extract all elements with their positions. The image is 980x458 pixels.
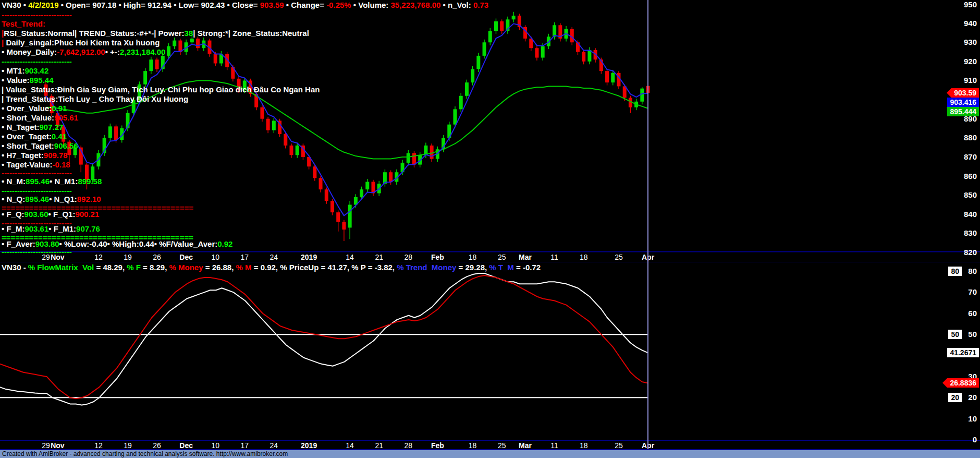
last-value-badge: 903.416 bbox=[947, 98, 979, 107]
text-segment: • N_Q1: bbox=[49, 195, 77, 203]
overlay-line: |RSI_Status:Normal| TREND_Status:-#+*-| … bbox=[2, 29, 309, 38]
candle-body bbox=[289, 146, 293, 155]
text-segment: • Money_Daily: bbox=[2, 47, 57, 56]
candle-body bbox=[494, 21, 498, 31]
candle-body bbox=[143, 71, 147, 85]
candle-body bbox=[266, 119, 270, 130]
date-tick-label: 12 bbox=[94, 441, 103, 450]
text-segment: 38 bbox=[185, 29, 193, 38]
candle-body bbox=[272, 120, 276, 130]
text-segment: • N_M: bbox=[2, 177, 26, 186]
price-tick-label: 880 bbox=[932, 134, 977, 142]
text-segment: --------------------------- bbox=[2, 247, 72, 256]
indicator-panel[interactable] bbox=[0, 273, 648, 405]
text-segment: 892.10 bbox=[77, 195, 101, 203]
price-tick-label: 920 bbox=[932, 57, 977, 66]
date-tick-label: 29 bbox=[42, 441, 50, 450]
overlay-line: • MT1:903.42 bbox=[2, 66, 48, 75]
date-tick-label: 28 bbox=[404, 441, 412, 450]
date-tick-label: 25 bbox=[498, 253, 506, 261]
text-segment: --------------------------- bbox=[2, 186, 72, 195]
text-segment: 899.58 bbox=[78, 177, 102, 186]
text-segment: • F_Q1: bbox=[48, 210, 75, 219]
candle-body bbox=[471, 69, 474, 82]
text-segment: 907.76 bbox=[76, 224, 100, 233]
overlay-line: --------------------------- bbox=[2, 186, 72, 195]
overlay-line: • Over_Value:0.91 bbox=[2, 104, 67, 113]
text-segment: --------------------------- bbox=[2, 10, 72, 19]
text-segment: 0.92 bbox=[217, 239, 232, 248]
price-tick-label: 950 bbox=[932, 1, 977, 9]
text-segment: 903.61 bbox=[24, 224, 48, 233]
chart-info-header: VN30 • 4/2/2019 • Open= 907.18 • High= 9… bbox=[2, 1, 488, 9]
date-tick-label: 28 bbox=[404, 253, 412, 261]
text-segment: 895.46 bbox=[25, 195, 49, 203]
candle-body bbox=[214, 54, 217, 63]
candle-body bbox=[108, 126, 112, 138]
candle-body bbox=[476, 56, 480, 69]
overlay-line: • N_Taget:907.27 bbox=[2, 123, 63, 131]
candle-body bbox=[348, 204, 352, 227]
date-tick-label: Mar bbox=[519, 441, 532, 450]
text-segment: 907.27 bbox=[39, 123, 63, 131]
candle-body bbox=[483, 42, 486, 56]
text-segment: 895.44 bbox=[30, 76, 54, 85]
candle-body bbox=[365, 182, 369, 190]
text-segment: • +-: bbox=[105, 47, 120, 56]
date-tick-label: 19 bbox=[124, 441, 132, 450]
text-segment: 0.44 bbox=[139, 239, 154, 248]
last-value-badge: 26.8836 bbox=[947, 378, 979, 388]
candle-body bbox=[500, 21, 504, 31]
overlay-line: | Daily_singal:Phuc Hoi Kiem tra Xu huon… bbox=[2, 38, 160, 47]
candle-body bbox=[360, 189, 363, 197]
indicator-tick-label: 0 bbox=[932, 436, 977, 444]
overlay-line: --------------------------- bbox=[2, 10, 72, 19]
candle-body bbox=[313, 166, 316, 178]
text-segment: • H7_Taget: bbox=[2, 151, 44, 160]
candle-body bbox=[541, 46, 545, 58]
text-segment: -0.18 bbox=[53, 160, 70, 169]
date-tick-label: 18 bbox=[580, 441, 588, 450]
price-tick-label: 940 bbox=[932, 19, 977, 28]
date-tick-label: 14 bbox=[346, 441, 354, 450]
date-tick-label: Mar bbox=[519, 253, 532, 261]
indicator-panel-title: VN30 - % FlowMatrix_Vol = 48.29, % F = 8… bbox=[2, 263, 541, 272]
text-segment: • %High: bbox=[107, 239, 139, 248]
crosshair-cursor-line[interactable] bbox=[647, 0, 648, 449]
candle-body bbox=[190, 39, 194, 42]
text-segment: % Money bbox=[169, 263, 203, 272]
text-segment: | Value_Status:Đinh Gia Suy Giam, Tich L… bbox=[2, 85, 320, 94]
last-value-badge: 903.59 bbox=[951, 88, 979, 98]
text-segment: % Trend_Money bbox=[397, 263, 456, 272]
text-segment: • F_M1: bbox=[48, 224, 76, 233]
candle-body bbox=[296, 146, 299, 155]
oscillator-line bbox=[0, 273, 648, 405]
candle-body bbox=[325, 189, 328, 201]
chart-canvas[interactable] bbox=[0, 0, 980, 458]
text-segment: • F_M: bbox=[2, 224, 24, 233]
text-segment: -7,642,912.00 bbox=[57, 47, 105, 56]
last-value-badge: 20 bbox=[948, 393, 962, 402]
text-segment: = -0.72 bbox=[514, 263, 541, 272]
candle-body bbox=[412, 153, 416, 165]
overlay-line: • H7_Taget:909.78 bbox=[2, 151, 68, 160]
candle-body bbox=[155, 59, 159, 69]
text-segment: • Open= 907.18 • High= 912.94 • Low= 902… bbox=[59, 1, 260, 9]
last-value-badge: 50 bbox=[948, 330, 962, 339]
date-tick-label: 12 bbox=[94, 253, 103, 261]
overlay-line: Test_Trend: bbox=[2, 19, 45, 28]
text-segment: • N_Taget: bbox=[2, 123, 39, 131]
text-segment: % FlowMatrix_Vol bbox=[28, 263, 94, 272]
date-tick-label: 26 bbox=[153, 441, 161, 450]
candle-body bbox=[260, 107, 264, 119]
candle-body bbox=[512, 16, 516, 19]
date-tick-label: 2019 bbox=[301, 253, 317, 261]
date-tick-label: 24 bbox=[270, 253, 278, 261]
candle-body bbox=[611, 73, 615, 82]
text-segment: 0.73 bbox=[473, 1, 488, 9]
last-value-badge: 80 bbox=[948, 267, 962, 276]
overlay-line: • Money_Daily:-7,642,912.00• +-:2,231,18… bbox=[2, 47, 165, 56]
text-segment: | Strong:*| Zone_Status:Neutral bbox=[193, 29, 309, 38]
candle-body bbox=[570, 29, 574, 43]
price-tick-label: 830 bbox=[932, 229, 977, 237]
